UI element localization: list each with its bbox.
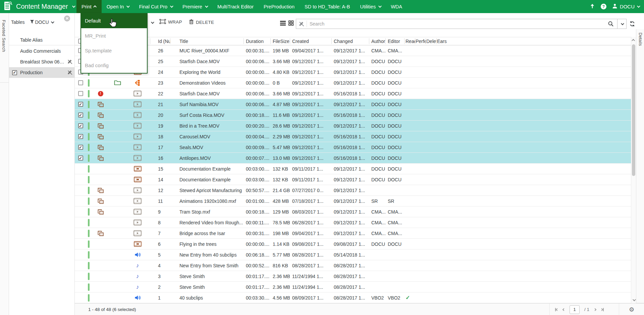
table-row-7[interactable]: 7Bridge across the Isar00:00:31....198 M… (75, 228, 631, 239)
table-row-2[interactable]: ♪2Steve Smith00:01:17....2.36 MB11/24/19… (75, 282, 631, 292)
row-checkbox-checked[interactable]: ✓ (78, 155, 83, 161)
print-menu-item-sp-template[interactable]: Sp.template (81, 43, 147, 58)
menu-sd-to-hd-table-a-b[interactable]: SD to HD_Table: A-B (300, 0, 355, 13)
table-row-23[interactable]: 23Demonstration Videos00:00:00....0 B09/… (75, 78, 631, 88)
menu-open-in[interactable]: Open In (102, 0, 134, 13)
list-view-icon[interactable] (280, 21, 286, 27)
table-row-24[interactable]: 24Exploring the World00:00:00....4.80 KB… (75, 67, 631, 78)
table-row-1[interactable]: 140 subclips00:03:30....4.56 MB08/09/201… (75, 292, 631, 303)
search-input[interactable] (310, 21, 608, 27)
header-editor[interactable]: Editor (385, 37, 404, 45)
header-ears[interactable]: Ears (436, 37, 448, 45)
header-created[interactable]: Created (290, 37, 331, 45)
previous-page-button[interactable] (562, 308, 565, 311)
table-row-25[interactable]: 25Starfish Dace.MOV00:00:06....3.66 MB09… (75, 56, 631, 67)
menu-utilities[interactable]: Utilities (355, 0, 386, 13)
sidebar-item-audio-commercials[interactable]: Audio Commercials (9, 46, 75, 56)
page-number-input[interactable]: 1 (570, 305, 580, 314)
table-row-3[interactable]: ♪3Steve Smith00:01:17....2.36 MB11/24/19… (75, 271, 631, 282)
row-checkbox[interactable] (78, 91, 83, 96)
tables-filter[interactable]: DOCU (30, 19, 49, 25)
details-tab[interactable]: Details (638, 33, 643, 46)
table-row-21[interactable]: ✓21Surf Namibia.MOV00:00:06....4.87 MB09… (75, 99, 631, 110)
header-author[interactable]: Author (369, 37, 385, 45)
table-row-16[interactable]: ✓16Antilopes.MOV00:00:07....13.0 MB09/12… (75, 153, 631, 164)
checkbox-checked[interactable]: ✓ (12, 70, 17, 75)
wrap-button[interactable]: WRAP (159, 19, 182, 25)
table-row-26[interactable]: 26MUC River_00004.MXF00:00:31....198 MB0… (75, 45, 631, 56)
row-checkbox[interactable] (78, 80, 83, 85)
next-page-button[interactable] (594, 308, 596, 311)
chevron-down-icon (126, 4, 130, 8)
table-row-20[interactable]: ✓20Surf Costa Rica.MOV00:00:18....11.6 M… (75, 110, 631, 121)
export-up-arrow-icon[interactable] (590, 3, 595, 10)
table-row-18[interactable]: ✓18Carousel.MOV00:00:04....2.29 MB09/12/… (75, 131, 631, 142)
header-perfe[interactable]: Perfe (415, 37, 426, 45)
table-row-6[interactable]: 6Flying in the trees00:00:00....1.14 KB0… (75, 239, 631, 250)
delete-button[interactable]: DELETE (189, 19, 214, 26)
search-icon[interactable] (608, 21, 614, 27)
faceted-search-strip[interactable]: Faceted Search (0, 13, 9, 315)
header-duration[interactable]: Duration (244, 37, 270, 45)
header-read[interactable]: Read (404, 37, 415, 45)
print-menu-item-mr-print[interactable]: MR_Print (81, 28, 147, 43)
row-checkbox-checked[interactable]: ✓ (78, 102, 83, 107)
table-row-17[interactable]: ✓17Seals.MOV00:00:09....5.47 MB09/12/201… (75, 142, 631, 153)
table-row-15[interactable]: 15Documentation Example00:03:00....132 K… (75, 164, 631, 174)
faceted-search-tab[interactable]: Faceted Search (1, 20, 6, 52)
details-panel-strip[interactable]: Details (636, 29, 644, 303)
help-icon[interactable]: ? (601, 4, 606, 9)
row-checkbox-checked[interactable]: ✓ (78, 134, 83, 139)
vertical-scrollbar[interactable] (631, 37, 636, 303)
sidebar-item-production[interactable]: ✓Production (9, 67, 75, 78)
table-row-12[interactable]: 12Stewed Apricot Manufacturing00:50:57..… (75, 185, 631, 196)
row-checkbox-checked[interactable]: ✓ (78, 145, 83, 150)
cell-read (404, 78, 415, 88)
user-menu[interactable]: DOCU (612, 3, 639, 10)
table-row-9[interactable]: 9Tram Stop.mxf00:00:18....129 MB08/03/20… (75, 207, 631, 217)
table-row-19[interactable]: ✓19Bird in a Tree.MOV00:00:20....28.6 MB… (75, 121, 631, 131)
sidebar-item-breakfast-show-06-[interactable]: Breakfast Show 06… (9, 56, 75, 67)
last-page-button[interactable] (601, 308, 604, 311)
scroll-up-icon[interactable] (632, 39, 635, 42)
header-delet[interactable]: Delet (426, 37, 436, 45)
menu-wda[interactable]: WDA (386, 0, 407, 13)
app-title-chevron-down-icon[interactable] (72, 4, 75, 8)
row-checkbox-checked[interactable]: ✓ (78, 123, 83, 128)
table-row-11[interactable]: 11Animations 1920x1080.mxf00:01:00....42… (75, 196, 631, 207)
menu-preproduction[interactable]: PreProduction (259, 0, 300, 13)
menu-final-cut-pro[interactable]: Final Cut Pro (134, 0, 177, 13)
menu-multitrack-editor[interactable]: MultiTrack Editor (212, 0, 259, 13)
grid-view-icon[interactable] (288, 20, 294, 27)
header-changed[interactable]: Changed (331, 37, 369, 45)
search-chevron-down-icon[interactable] (618, 23, 626, 25)
pen-slash-icon[interactable] (67, 70, 73, 75)
close-icon[interactable]: ✕ (64, 15, 70, 21)
cell-editor: DOCU (385, 142, 404, 153)
cell-read (404, 131, 415, 142)
gear-icon[interactable]: ⚙ (629, 306, 634, 313)
cell-perfe (415, 153, 426, 164)
table-row-22[interactable]: !22Starfish Dace.MOV00:00:06....3.66 MB0… (75, 88, 631, 99)
cell-ears (436, 239, 448, 250)
table-row-8[interactable]: 8Rendered Video from Rough...00:00:11...… (75, 217, 631, 228)
menu-print[interactable]: Print (76, 0, 102, 13)
scrollbar-thumb[interactable] (632, 44, 635, 176)
row-checkbox-checked[interactable]: ✓ (78, 113, 83, 118)
search-pen-icon[interactable] (299, 21, 305, 27)
table-alias-header[interactable]: Table Alias (9, 35, 75, 45)
header-title[interactable]: Title (170, 37, 244, 45)
header-filesize[interactable]: FileSize (270, 37, 290, 45)
header-id[interactable]: Id (Numb (150, 37, 170, 45)
pen-slash-icon[interactable] (67, 59, 73, 64)
menu-premiere[interactable]: Premiere (177, 0, 212, 13)
refresh-icon[interactable] (629, 21, 635, 27)
print-button-chevron-down-icon[interactable] (151, 20, 154, 24)
table-row-4[interactable]: ♪4New Entry from Steve Smith00:00:52....… (75, 260, 631, 271)
cell-delet (426, 56, 436, 67)
first-page-button[interactable] (555, 308, 558, 311)
print-menu-item-bad-config[interactable]: Bad config (81, 58, 147, 73)
scroll-down-icon[interactable] (633, 298, 636, 301)
table-row-14[interactable]: 14Documentation Example00:03:00....132 K… (75, 174, 631, 185)
table-row-5[interactable]: 5New Entry from 40 subclips00:06:18....5… (75, 250, 631, 260)
